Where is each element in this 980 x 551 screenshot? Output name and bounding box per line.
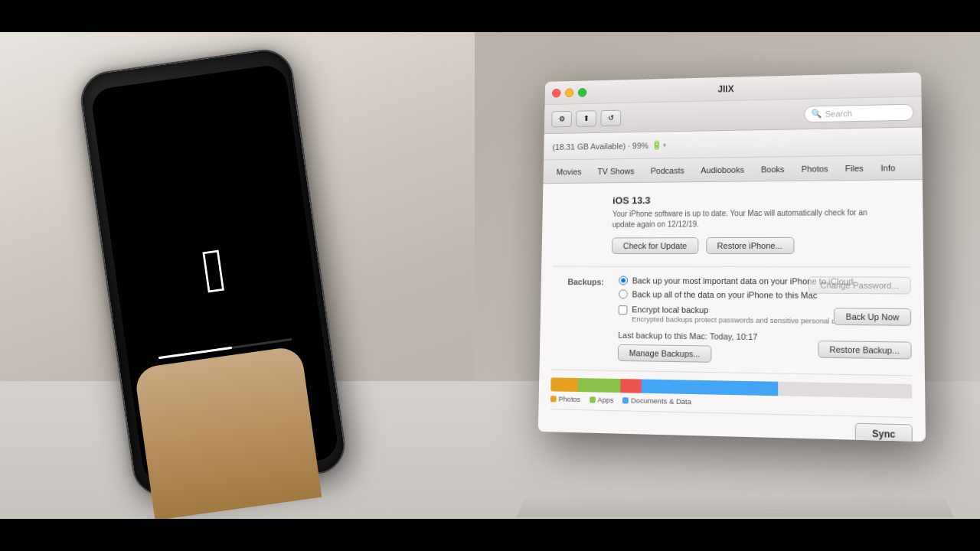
battery-charging-icon: + [662, 141, 666, 148]
software-buttons: Check for Update Restore iPhone... [612, 236, 910, 254]
encrypt-label-group: Encrypt local backup Encrypted backups p… [632, 305, 848, 325]
ios-version-description: Your iPhone software is up to date. Your… [612, 207, 872, 230]
encrypt-label: Encrypt local backup [632, 305, 848, 315]
sync-status-button[interactable]: ↺ [600, 109, 621, 126]
restore-iphone-button[interactable]: Restore iPhone... [706, 237, 794, 254]
tab-books[interactable]: Books [753, 161, 792, 177]
storage-free-segment [778, 382, 913, 399]
navigation-tabs: Movies TV Shows Podcasts Audiobooks Book… [543, 155, 922, 184]
backups-row: Backups: Back up your most important dat… [551, 276, 912, 366]
backups-label: Backups: [551, 276, 612, 360]
legend-photos-color [550, 396, 557, 402]
legend-documents: Documents & Data [622, 396, 691, 406]
version-content: iOS 13.3 Your iPhone software is up to d… [612, 192, 910, 254]
ios-version-number: iOS 13.3 [612, 192, 910, 206]
settings-icon: ⚙ [558, 115, 565, 123]
tab-photos[interactable]: Photos [794, 161, 836, 177]
letterbox-bottom [0, 519, 980, 551]
check-for-update-button[interactable]: Check for Update [612, 237, 698, 254]
manage-backups-button[interactable]: Manage Backups... [618, 344, 712, 363]
settings-button[interactable]: ⚙ [551, 110, 572, 126]
backups-options: Back up your most important data on your… [618, 276, 912, 366]
legend-apps-color [590, 396, 596, 403]
share-icon: ⬆ [583, 114, 590, 122]
tab-audiobooks[interactable]: Audiobooks [693, 161, 752, 178]
restore-backup-area: Restore Backup... [818, 341, 912, 359]
software-version-row: iOS 13.3 Your iPhone software is up to d… [554, 192, 911, 254]
change-password-button[interactable]: Change Password... [808, 276, 911, 294]
backup-mac-radio[interactable] [619, 289, 628, 298]
scene:  JIIX ⚙ ⬆ [0, 32, 980, 519]
legend-apps: Apps [590, 395, 614, 404]
tab-podcasts[interactable]: Podcasts [643, 162, 692, 178]
encrypt-backup-checkbox[interactable] [619, 305, 628, 315]
backup-mac-label: Back up all of the data on your iPhone t… [632, 289, 817, 299]
letterbox-top [0, 0, 980, 32]
window-title: JIIX [547, 79, 913, 98]
tab-movies[interactable]: Movies [549, 164, 589, 179]
content-area: iOS 13.3 Your iPhone software is up to d… [538, 180, 926, 442]
storage-info: (18.31 GB Available) · 99% [553, 141, 649, 152]
mac-window: JIIX ⚙ ⬆ ↺ 🔍 Search (18.31 GB Available)… [538, 72, 926, 442]
change-password-area: Change Password... [808, 276, 911, 294]
last-backup-text: Last backup to this Mac: Today, 10:17 [618, 331, 757, 341]
storage-photos-segment [550, 377, 578, 392]
tab-info[interactable]: Info [873, 160, 903, 176]
storage-other-segment [620, 379, 642, 393]
storage-documents-segment [641, 380, 777, 396]
apple-logo-icon:  [199, 239, 230, 302]
storage-bar-container: Photos Apps Documents & Data [550, 369, 913, 410]
sync-icon: ↺ [608, 114, 614, 122]
restore-backup-button[interactable]: Restore Backup... [818, 341, 912, 359]
hand [134, 345, 322, 519]
sync-button[interactable]: Sync [855, 423, 913, 442]
laptop-base [517, 497, 954, 517]
share-button[interactable]: ⬆ [576, 110, 596, 127]
search-bar[interactable]: 🔍 Search [804, 103, 913, 122]
encrypt-sublabel: Encrypted backups protect passwords and … [632, 315, 848, 325]
backups-section: Backups: Back up your most important dat… [551, 266, 912, 366]
version-label [554, 195, 612, 197]
battery-icon: 🔋 [652, 140, 662, 150]
back-up-now-button[interactable]: Back Up Now [834, 308, 911, 326]
backup-icloud-radio[interactable] [619, 276, 628, 285]
tab-files[interactable]: Files [838, 160, 871, 176]
tab-tv-shows[interactable]: TV Shows [590, 163, 642, 178]
legend-documents-color [622, 397, 629, 403]
storage-apps-segment [578, 378, 620, 393]
search-placeholder: Search [825, 109, 852, 119]
back-up-now-area: Back Up Now [834, 308, 911, 326]
legend-photos: Photos [550, 394, 580, 403]
search-icon: 🔍 [811, 109, 822, 119]
